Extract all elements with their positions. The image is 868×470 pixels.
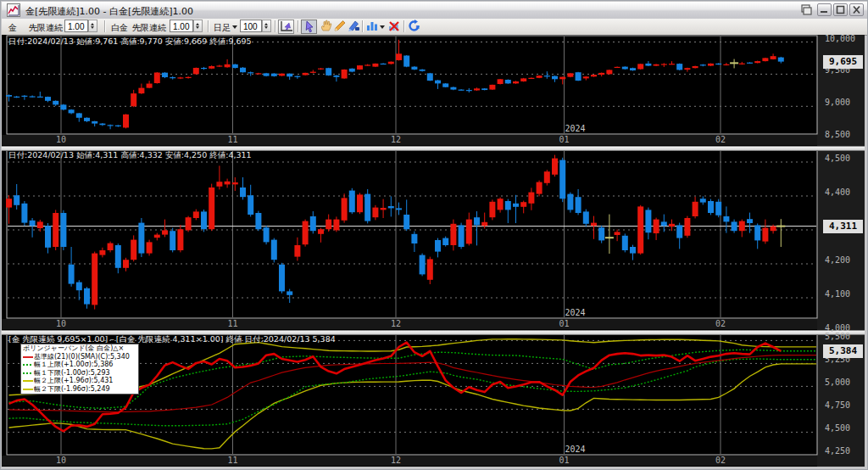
- axis-cursor-tool-button[interactable]: [278, 20, 294, 34]
- window-title: 金[先限連続]1.00 - 白金[先限連続]1.00: [25, 5, 193, 18]
- toolbar: 金 先限連続 1.00 白金 先限連続 1.00 日足 100: [2, 19, 867, 36]
- symbol1-multiplier-input[interactable]: 1.00: [64, 20, 88, 32]
- minimize-button[interactable]: [817, 3, 832, 16]
- period-dropdown-icon[interactable]: [232, 25, 237, 31]
- app-chart-icon: [7, 3, 20, 17]
- clear-indicators-button[interactable]: [387, 20, 403, 34]
- chart-type-dropdown-icon[interactable]: [380, 25, 385, 31]
- symbol2-label: 白金: [111, 22, 128, 34]
- symbol1-series-label: 先限連続: [29, 22, 63, 34]
- marker-tool-button[interactable]: [346, 20, 362, 34]
- panel-splitter[interactable]: [2, 330, 865, 335]
- svg-text:R: R: [416, 25, 420, 30]
- chart-area[interactable]: 10,0009,5009,0008,50010111201022024日付:20…: [2, 35, 865, 467]
- title-bar: 金[先限連続]1.00 - 白金[先限連続]1.00: [2, 2, 867, 20]
- panel-splitter[interactable]: [2, 146, 865, 151]
- close-button[interactable]: [849, 3, 864, 16]
- symbol1-label: 金: [8, 22, 17, 34]
- symbol2-series-label: 先限連続: [132, 22, 166, 34]
- toolbar-separator: [403, 20, 405, 32]
- toolbar-separator: [208, 20, 209, 32]
- toolbar-separator: [275, 20, 276, 32]
- symbol2-spinner[interactable]: [193, 20, 203, 32]
- chart-type-button[interactable]: [364, 20, 381, 34]
- bars-spinner[interactable]: [262, 20, 271, 32]
- maximize-button[interactable]: [833, 3, 848, 16]
- bars-count-input[interactable]: 100: [240, 20, 262, 32]
- toolbar-separator: [104, 20, 106, 32]
- chart-plot[interactable]: [2, 35, 865, 467]
- symbol1-spinner[interactable]: [88, 20, 97, 32]
- symbol2-multiplier-input[interactable]: 1.00: [170, 20, 193, 32]
- toolbar-separator: [362, 20, 364, 32]
- panel-frame-spread: [7, 333, 817, 455]
- refresh-button[interactable]: R: [407, 20, 423, 34]
- period-select[interactable]: 日足: [214, 22, 231, 34]
- select-arrow-tool-button[interactable]: [301, 20, 317, 34]
- app-window: 金[先限連続]1.00 - 白金[先限連続]1.00 金 先限連続 1.00 白…: [0, 0, 868, 470]
- toolbar-separator: [298, 20, 299, 32]
- cascade-window-icon[interactable]: [798, 3, 813, 16]
- panel-frame-platinum: [7, 149, 817, 318]
